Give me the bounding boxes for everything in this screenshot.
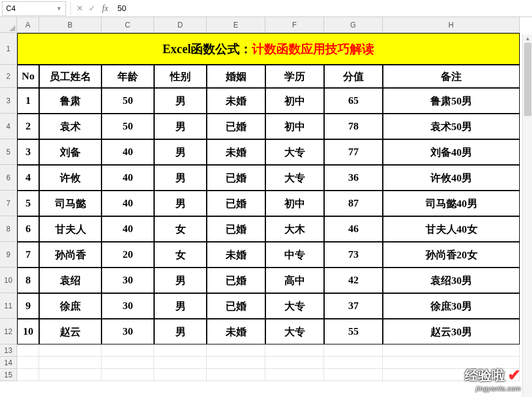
data-cell[interactable]: 已婚 xyxy=(207,268,265,293)
data-cell[interactable]: 20 xyxy=(102,242,154,268)
row-header-7[interactable]: 7 xyxy=(0,191,17,216)
data-cell[interactable]: 42 xyxy=(324,268,383,293)
empty-cell[interactable] xyxy=(265,357,324,369)
data-cell[interactable]: 未婚 xyxy=(207,139,265,165)
empty-cell[interactable] xyxy=(154,344,207,357)
data-cell[interactable]: 50 xyxy=(102,88,154,114)
data-cell[interactable]: 中专 xyxy=(265,242,324,268)
data-cell[interactable]: 许攸40男 xyxy=(383,165,520,191)
data-cell[interactable]: 40 xyxy=(102,216,154,242)
data-cell[interactable]: 未婚 xyxy=(207,319,265,344)
data-cell[interactable]: 65 xyxy=(324,88,383,114)
column-header-H[interactable]: H xyxy=(383,17,520,33)
empty-cell[interactable] xyxy=(102,344,154,357)
column-header-C[interactable]: C xyxy=(102,17,154,33)
empty-cell[interactable] xyxy=(102,369,154,381)
row-header-1[interactable]: 1 xyxy=(0,33,17,65)
row-header-13[interactable]: 13 xyxy=(0,344,17,357)
column-header-E[interactable]: E xyxy=(207,17,265,33)
empty-cell[interactable] xyxy=(207,357,265,369)
header-cell[interactable]: 性别 xyxy=(154,65,207,88)
empty-cell[interactable] xyxy=(154,357,207,369)
data-cell[interactable]: 73 xyxy=(324,242,383,268)
data-cell[interactable]: 46 xyxy=(324,216,383,242)
data-cell[interactable]: 鲁肃 xyxy=(39,88,102,114)
data-cell[interactable]: 男 xyxy=(154,268,207,293)
data-cell[interactable]: 袁术50男 xyxy=(383,114,520,139)
column-header-G[interactable]: G xyxy=(324,17,383,33)
data-cell[interactable]: 50 xyxy=(102,114,154,139)
data-cell[interactable]: 袁术 xyxy=(39,114,102,139)
data-cell[interactable]: 大专 xyxy=(265,165,324,191)
scroll-up-icon[interactable]: ▲ xyxy=(523,34,532,43)
data-cell[interactable]: 10 xyxy=(17,319,39,344)
data-cell[interactable]: 大木 xyxy=(265,216,324,242)
data-cell[interactable]: 1 xyxy=(17,88,39,114)
fx-icon[interactable]: fx xyxy=(98,4,113,13)
row-header-11[interactable]: 11 xyxy=(0,293,17,319)
data-cell[interactable]: 男 xyxy=(154,191,207,216)
data-cell[interactable]: 男 xyxy=(154,293,207,319)
row-header-8[interactable]: 8 xyxy=(0,216,17,242)
header-cell[interactable]: 分值 xyxy=(324,65,383,88)
column-header-A[interactable]: A xyxy=(17,17,39,33)
data-cell[interactable]: 初中 xyxy=(265,191,324,216)
empty-cell[interactable] xyxy=(383,344,520,357)
data-cell[interactable]: 男 xyxy=(154,319,207,344)
select-all-corner[interactable] xyxy=(0,17,17,33)
data-cell[interactable]: 鲁肃50男 xyxy=(383,88,520,114)
header-cell[interactable]: 备注 xyxy=(383,65,520,88)
data-cell[interactable]: 78 xyxy=(324,114,383,139)
data-cell[interactable]: 赵云 xyxy=(39,319,102,344)
data-cell[interactable]: 许攸 xyxy=(39,165,102,191)
row-header-12[interactable]: 12 xyxy=(0,319,17,344)
empty-cell[interactable] xyxy=(39,344,102,357)
row-header-10[interactable]: 10 xyxy=(0,268,17,293)
data-cell[interactable]: 男 xyxy=(154,88,207,114)
column-header-D[interactable]: D xyxy=(154,17,207,33)
header-cell[interactable]: 年龄 xyxy=(102,65,154,88)
data-cell[interactable]: 大专 xyxy=(265,293,324,319)
empty-cell[interactable] xyxy=(17,369,39,381)
data-cell[interactable]: 30 xyxy=(102,268,154,293)
empty-cell[interactable] xyxy=(154,369,207,381)
empty-cell[interactable] xyxy=(324,344,383,357)
data-cell[interactable]: 未婚 xyxy=(207,88,265,114)
data-cell[interactable]: 徐庶30男 xyxy=(383,293,520,319)
row-header-14[interactable]: 14 xyxy=(0,357,17,369)
data-cell[interactable]: 3 xyxy=(17,139,39,165)
data-cell[interactable]: 初中 xyxy=(265,114,324,139)
data-cell[interactable]: 已婚 xyxy=(207,191,265,216)
cancel-icon[interactable]: ✕ xyxy=(73,4,86,13)
data-cell[interactable]: 袁绍30男 xyxy=(383,268,520,293)
data-cell[interactable]: 7 xyxy=(17,242,39,268)
data-cell[interactable]: 4 xyxy=(17,165,39,191)
column-header-F[interactable]: F xyxy=(265,17,324,33)
row-header-6[interactable]: 6 xyxy=(0,165,17,191)
data-cell[interactable]: 55 xyxy=(324,319,383,344)
data-cell[interactable]: 孙尚香20女 xyxy=(383,242,520,268)
empty-cell[interactable] xyxy=(39,357,102,369)
data-cell[interactable]: 6 xyxy=(17,216,39,242)
header-cell[interactable]: 学历 xyxy=(265,65,324,88)
data-cell[interactable]: 赵云30男 xyxy=(383,319,520,344)
data-cell[interactable]: 刘备40男 xyxy=(383,139,520,165)
row-header-4[interactable]: 4 xyxy=(0,114,17,139)
data-cell[interactable]: 30 xyxy=(102,293,154,319)
confirm-icon[interactable]: ✓ xyxy=(86,4,98,13)
data-cell[interactable]: 8 xyxy=(17,268,39,293)
data-cell[interactable]: 77 xyxy=(324,139,383,165)
empty-cell[interactable] xyxy=(17,357,39,369)
data-cell[interactable]: 袁绍 xyxy=(39,268,102,293)
data-cell[interactable]: 9 xyxy=(17,293,39,319)
formula-input[interactable]: 50 xyxy=(113,0,532,16)
data-cell[interactable]: 2 xyxy=(17,114,39,139)
empty-cell[interactable] xyxy=(39,369,102,381)
row-header-3[interactable]: 3 xyxy=(0,88,17,114)
header-cell[interactable]: 员工姓名 xyxy=(39,65,102,88)
data-cell[interactable]: 女 xyxy=(154,216,207,242)
empty-cell[interactable] xyxy=(265,344,324,357)
data-cell[interactable]: 刘备 xyxy=(39,139,102,165)
data-cell[interactable]: 司马懿 xyxy=(39,191,102,216)
data-cell[interactable]: 40 xyxy=(102,139,154,165)
